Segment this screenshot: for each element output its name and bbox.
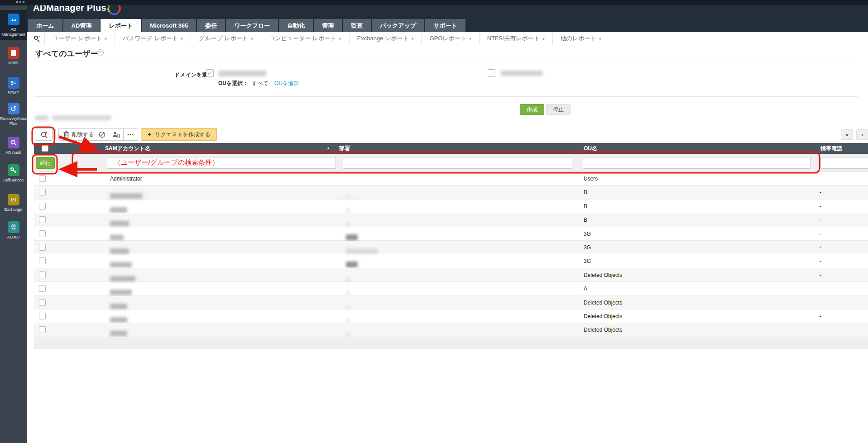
row-checkbox[interactable]	[39, 244, 46, 251]
redacted-department	[346, 332, 350, 336]
redacted-sam-account	[110, 207, 127, 213]
toolbar-divider	[55, 129, 56, 139]
self-service-icon	[8, 164, 19, 176]
row-checkbox[interactable]	[39, 257, 46, 264]
row-checkbox[interactable]	[39, 299, 46, 306]
redacted-department	[346, 234, 358, 240]
sam-filter-input[interactable]	[107, 157, 336, 169]
redacted-department	[346, 209, 350, 213]
tab-ホーム[interactable]: ホーム	[28, 19, 62, 32]
column-header-携帯電話[interactable]: 携帯電話	[818, 143, 868, 154]
sidebar-item-recoverymanager-plus[interactable]: ↺RecoveryManager Plus	[0, 103, 27, 126]
cell-ou-name: Deleted Objects	[584, 323, 622, 337]
subnav-item-他のレポート[interactable]: 他のレポート▾	[552, 32, 609, 45]
cell-ou-name: Deleted Objects	[584, 268, 622, 282]
sidebar-item-spmp[interactable]: S+SPMP	[0, 77, 27, 95]
sidebar-item-ad360[interactable]: AD360AD360	[0, 221, 27, 240]
row-checkbox[interactable]	[39, 272, 46, 278]
redacted-sam-account	[110, 317, 127, 323]
tab-AD管理[interactable]: AD管理	[63, 19, 100, 32]
department-filter-input[interactable]	[343, 157, 572, 169]
tab-監査[interactable]: 監査	[343, 19, 371, 32]
create-request-button[interactable]: + リクエストを作成する	[141, 128, 217, 141]
sidebar-item-m365[interactable]: M365	[0, 47, 27, 66]
help-icon[interactable]: ?	[97, 49, 104, 56]
ou-select-line: OUを選択： すべて OUを追加	[218, 80, 299, 87]
sort-asc-icon[interactable]: ▲	[326, 143, 330, 154]
delete-button[interactable]: 削除する	[58, 128, 99, 141]
subnav-item-ユーザー レポート[interactable]: ユーザー レポート▾	[44, 32, 115, 45]
cell-sam-account	[110, 296, 127, 310]
continue-button[interactable]: 続行	[36, 157, 55, 169]
mobile-filter-input[interactable]	[820, 157, 868, 169]
redacted-sam-account	[110, 276, 135, 281]
disable-button[interactable]	[95, 128, 109, 141]
tab-サポート[interactable]: サポート	[425, 19, 465, 32]
cell-ou-name: A	[584, 282, 587, 295]
subnav-item-グループ レポート[interactable]: グループ レポート▾	[191, 32, 261, 45]
domain-checkbox[interactable]: ✓	[206, 69, 214, 77]
pagination-first-button[interactable]: «	[841, 129, 853, 140]
page-title: すべてのユーザー	[35, 48, 98, 59]
subnav-item-GPOレポート[interactable]: GPOレポート▾	[421, 32, 479, 45]
search-in-results-button[interactable]	[36, 128, 53, 141]
cell-sam-account	[110, 241, 129, 254]
column-header-OU名[interactable]: OU名	[581, 143, 818, 154]
second-domain-checkbox[interactable]	[488, 69, 495, 77]
ou-filter-input[interactable]	[583, 157, 810, 169]
sidebar-item-selfservice[interactable]: SelfService	[0, 164, 27, 183]
sidebar-item-label: AD360	[0, 235, 27, 240]
cell-department	[346, 310, 350, 323]
row-checkbox[interactable]	[39, 326, 46, 333]
subnav-item-コンピューター レポート[interactable]: コンピューター レポート▾	[261, 32, 349, 45]
more-actions-button[interactable]: •••	[124, 128, 138, 141]
top-strip	[0, 0, 868, 5]
sidebar-item-exchange[interactable]: ✉Exchange	[0, 194, 27, 212]
redacted-sam-account	[110, 304, 127, 309]
cell-mobile: -	[820, 213, 821, 227]
apps-menu-icon[interactable]	[16, 1, 24, 3]
divider	[34, 96, 858, 97]
cell-department	[346, 254, 358, 268]
sidebar-item-ad-audit[interactable]: AD Audit	[0, 137, 27, 155]
column-header-SAMアカウント名[interactable]: SAMアカウント名▲	[102, 143, 336, 154]
row-checkbox[interactable]	[39, 189, 46, 195]
column-header-部署[interactable]: 部署	[336, 143, 581, 154]
row-checkbox[interactable]	[39, 203, 46, 210]
sidebar-item-label: M365	[0, 61, 27, 66]
search-icon[interactable]: ×	[34, 36, 40, 42]
tab-バックアップ[interactable]: バックアップ	[372, 19, 424, 32]
pagination-prev-button[interactable]: ‹	[856, 129, 868, 140]
sidebar-item-ad-management[interactable]: ▲▲AD Management	[0, 10, 27, 40]
table-row: B-	[34, 186, 868, 199]
cell-sam-account	[110, 227, 124, 241]
stop-button[interactable]: 停止	[546, 104, 571, 115]
ou-select-value: すべて	[252, 80, 269, 86]
select-all-checkbox[interactable]	[42, 145, 48, 152]
row-checkbox[interactable]	[39, 216, 46, 223]
subnav-item-パスワード レポート[interactable]: パスワード レポート▾	[115, 32, 191, 45]
tab-自動化[interactable]: 自動化	[279, 19, 313, 32]
tab-ワークフロー[interactable]: ワークフロー	[226, 19, 278, 32]
tab-委任[interactable]: 委任	[197, 19, 225, 32]
row-checkbox[interactable]	[39, 285, 46, 292]
subnav-item-NTFS/共有レポート[interactable]: NTFS/共有レポート▾	[479, 32, 552, 45]
row-checkbox[interactable]	[39, 230, 46, 237]
table-footer-bar	[34, 337, 868, 349]
move-user-button[interactable]	[109, 128, 124, 141]
redacted-department	[346, 291, 350, 295]
ou-add-link[interactable]: OUを追加	[274, 80, 299, 86]
row-checkbox[interactable]	[39, 175, 46, 182]
row-checkbox[interactable]	[39, 313, 46, 319]
cell-mobile: -	[820, 227, 821, 241]
tab-レポート[interactable]: レポート	[101, 19, 141, 32]
tab-Microsoft 365[interactable]: Microsoft 365	[142, 19, 196, 32]
cell-mobile: -	[820, 310, 821, 323]
redacted-sam-account	[110, 221, 129, 226]
create-button[interactable]: 作成	[520, 104, 544, 115]
tab-管理[interactable]: 管理	[314, 19, 342, 32]
subnav-item-Exchange レポート[interactable]: Exchange レポート▾	[349, 32, 422, 45]
cell-sam-account	[110, 268, 135, 282]
plus-icon: +	[148, 131, 151, 138]
redacted-sam-account	[110, 235, 124, 240]
